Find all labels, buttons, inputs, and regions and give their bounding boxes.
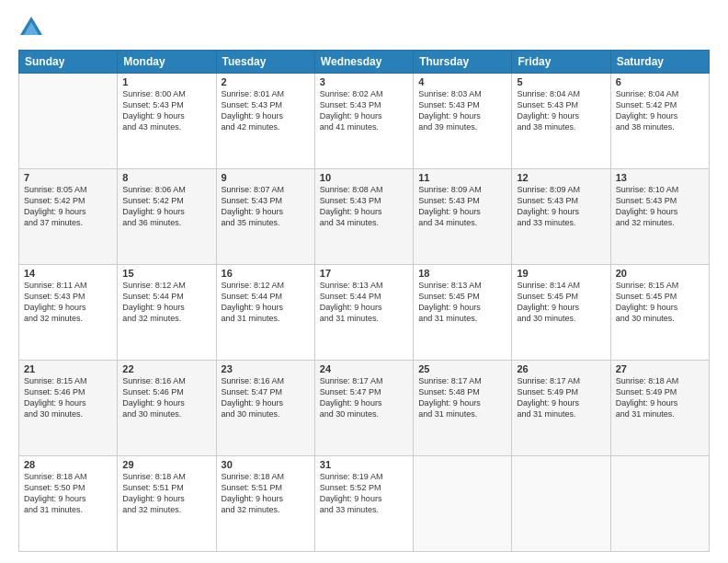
day-info: Sunrise: 8:17 AMSunset: 5:47 PMDaylight:… bbox=[320, 375, 408, 420]
day-info: Sunrise: 8:19 AMSunset: 5:52 PMDaylight:… bbox=[320, 471, 408, 516]
day-number: 21 bbox=[24, 363, 112, 374]
day-info: Sunrise: 8:14 AMSunset: 5:45 PMDaylight:… bbox=[517, 280, 605, 325]
day-number: 16 bbox=[222, 268, 310, 279]
day-info: Sunrise: 8:07 AMSunset: 5:43 PMDaylight:… bbox=[222, 184, 310, 229]
calendar-cell: 9Sunrise: 8:07 AMSunset: 5:43 PMDaylight… bbox=[216, 169, 314, 265]
day-info: Sunrise: 8:11 AMSunset: 5:43 PMDaylight:… bbox=[24, 280, 112, 325]
week-row-2: 7Sunrise: 8:05 AMSunset: 5:42 PMDaylight… bbox=[19, 169, 710, 265]
calendar-cell: 15Sunrise: 8:12 AMSunset: 5:44 PMDayligh… bbox=[118, 265, 216, 361]
calendar-cell: 31Sunrise: 8:19 AMSunset: 5:52 PMDayligh… bbox=[314, 456, 413, 552]
calendar-cell: 11Sunrise: 8:09 AMSunset: 5:43 PMDayligh… bbox=[414, 169, 512, 265]
day-info: Sunrise: 8:13 AMSunset: 5:45 PMDaylight:… bbox=[418, 280, 506, 325]
day-info: Sunrise: 8:15 AMSunset: 5:46 PMDaylight:… bbox=[24, 375, 112, 420]
day-info: Sunrise: 8:17 AMSunset: 5:49 PMDaylight:… bbox=[517, 375, 605, 420]
day-number: 13 bbox=[616, 172, 704, 183]
day-info: Sunrise: 8:09 AMSunset: 5:43 PMDaylight:… bbox=[418, 184, 506, 229]
day-info: Sunrise: 8:06 AMSunset: 5:42 PMDaylight:… bbox=[122, 184, 210, 229]
day-number: 28 bbox=[24, 459, 112, 470]
weekday-header-wednesday: Wednesday bbox=[314, 51, 413, 74]
calendar-cell: 4Sunrise: 8:03 AMSunset: 5:43 PMDaylight… bbox=[414, 74, 512, 169]
day-number: 26 bbox=[517, 363, 605, 374]
day-number: 5 bbox=[517, 76, 605, 87]
weekday-header-saturday: Saturday bbox=[610, 51, 709, 74]
weekday-header-tuesday: Tuesday bbox=[216, 51, 314, 74]
weekday-header-friday: Friday bbox=[512, 51, 610, 74]
calendar-cell: 7Sunrise: 8:05 AMSunset: 5:42 PMDaylight… bbox=[19, 169, 118, 265]
logo-icon bbox=[18, 15, 44, 40]
day-info: Sunrise: 8:03 AMSunset: 5:43 PMDaylight:… bbox=[418, 88, 506, 133]
calendar-cell: 5Sunrise: 8:04 AMSunset: 5:43 PMDaylight… bbox=[512, 74, 610, 169]
calendar-cell: 14Sunrise: 8:11 AMSunset: 5:43 PMDayligh… bbox=[19, 265, 118, 361]
calendar-cell: 22Sunrise: 8:16 AMSunset: 5:46 PMDayligh… bbox=[118, 361, 216, 456]
calendar-cell bbox=[19, 74, 118, 169]
day-number: 19 bbox=[517, 268, 605, 279]
day-number: 2 bbox=[222, 76, 310, 87]
day-info: Sunrise: 8:18 AMSunset: 5:49 PMDaylight:… bbox=[616, 375, 704, 420]
calendar-cell: 19Sunrise: 8:14 AMSunset: 5:45 PMDayligh… bbox=[512, 265, 610, 361]
weekday-header-row: SundayMondayTuesdayWednesdayThursdayFrid… bbox=[19, 51, 710, 74]
header bbox=[18, 15, 710, 40]
day-info: Sunrise: 8:12 AMSunset: 5:44 PMDaylight:… bbox=[222, 280, 310, 325]
day-info: Sunrise: 8:04 AMSunset: 5:43 PMDaylight:… bbox=[517, 88, 605, 133]
day-number: 23 bbox=[222, 363, 310, 374]
calendar-cell: 6Sunrise: 8:04 AMSunset: 5:42 PMDaylight… bbox=[610, 74, 709, 169]
day-info: Sunrise: 8:08 AMSunset: 5:43 PMDaylight:… bbox=[320, 184, 408, 229]
calendar-table: SundayMondayTuesdayWednesdayThursdayFrid… bbox=[18, 50, 710, 552]
day-number: 6 bbox=[616, 76, 704, 87]
day-info: Sunrise: 8:18 AMSunset: 5:51 PMDaylight:… bbox=[222, 471, 310, 516]
calendar-cell: 10Sunrise: 8:08 AMSunset: 5:43 PMDayligh… bbox=[314, 169, 413, 265]
weekday-header-thursday: Thursday bbox=[414, 51, 512, 74]
weekday-header-monday: Monday bbox=[118, 51, 216, 74]
calendar-cell: 21Sunrise: 8:15 AMSunset: 5:46 PMDayligh… bbox=[19, 361, 118, 456]
day-number: 29 bbox=[122, 459, 210, 470]
day-number: 12 bbox=[517, 172, 605, 183]
day-number: 31 bbox=[320, 459, 408, 470]
logo bbox=[18, 15, 48, 40]
day-number: 1 bbox=[122, 76, 210, 87]
calendar-cell: 30Sunrise: 8:18 AMSunset: 5:51 PMDayligh… bbox=[216, 456, 314, 552]
calendar-cell: 17Sunrise: 8:13 AMSunset: 5:44 PMDayligh… bbox=[314, 265, 413, 361]
calendar-cell: 29Sunrise: 8:18 AMSunset: 5:51 PMDayligh… bbox=[118, 456, 216, 552]
day-number: 27 bbox=[616, 363, 704, 374]
day-number: 3 bbox=[320, 76, 408, 87]
calendar-cell: 16Sunrise: 8:12 AMSunset: 5:44 PMDayligh… bbox=[216, 265, 314, 361]
day-info: Sunrise: 8:10 AMSunset: 5:43 PMDaylight:… bbox=[616, 184, 704, 229]
calendar-cell: 13Sunrise: 8:10 AMSunset: 5:43 PMDayligh… bbox=[610, 169, 709, 265]
calendar-cell: 25Sunrise: 8:17 AMSunset: 5:48 PMDayligh… bbox=[414, 361, 512, 456]
day-info: Sunrise: 8:16 AMSunset: 5:46 PMDaylight:… bbox=[122, 375, 210, 420]
week-row-3: 14Sunrise: 8:11 AMSunset: 5:43 PMDayligh… bbox=[19, 265, 710, 361]
day-number: 8 bbox=[122, 172, 210, 183]
day-info: Sunrise: 8:18 AMSunset: 5:51 PMDaylight:… bbox=[122, 471, 210, 516]
day-number: 18 bbox=[418, 268, 506, 279]
day-info: Sunrise: 8:18 AMSunset: 5:50 PMDaylight:… bbox=[24, 471, 112, 516]
calendar-cell: 8Sunrise: 8:06 AMSunset: 5:42 PMDaylight… bbox=[118, 169, 216, 265]
day-number: 17 bbox=[320, 268, 408, 279]
week-row-4: 21Sunrise: 8:15 AMSunset: 5:46 PMDayligh… bbox=[19, 361, 710, 456]
day-info: Sunrise: 8:13 AMSunset: 5:44 PMDaylight:… bbox=[320, 280, 408, 325]
day-info: Sunrise: 8:16 AMSunset: 5:47 PMDaylight:… bbox=[222, 375, 310, 420]
day-info: Sunrise: 8:05 AMSunset: 5:42 PMDaylight:… bbox=[24, 184, 112, 229]
day-info: Sunrise: 8:15 AMSunset: 5:45 PMDaylight:… bbox=[616, 280, 704, 325]
day-number: 4 bbox=[418, 76, 506, 87]
day-info: Sunrise: 8:12 AMSunset: 5:44 PMDaylight:… bbox=[122, 280, 210, 325]
calendar-cell: 27Sunrise: 8:18 AMSunset: 5:49 PMDayligh… bbox=[610, 361, 709, 456]
day-number: 20 bbox=[616, 268, 704, 279]
week-row-5: 28Sunrise: 8:18 AMSunset: 5:50 PMDayligh… bbox=[19, 456, 710, 552]
day-number: 15 bbox=[122, 268, 210, 279]
page: SundayMondayTuesdayWednesdayThursdayFrid… bbox=[0, 0, 728, 563]
calendar-cell bbox=[512, 456, 610, 552]
day-number: 30 bbox=[222, 459, 310, 470]
calendar-cell: 26Sunrise: 8:17 AMSunset: 5:49 PMDayligh… bbox=[512, 361, 610, 456]
day-info: Sunrise: 8:04 AMSunset: 5:42 PMDaylight:… bbox=[616, 88, 704, 133]
day-number: 11 bbox=[418, 172, 506, 183]
calendar-cell: 2Sunrise: 8:01 AMSunset: 5:43 PMDaylight… bbox=[216, 74, 314, 169]
day-info: Sunrise: 8:02 AMSunset: 5:43 PMDaylight:… bbox=[320, 88, 408, 133]
calendar-cell bbox=[414, 456, 512, 552]
day-number: 10 bbox=[320, 172, 408, 183]
day-number: 24 bbox=[320, 363, 408, 374]
day-number: 25 bbox=[418, 363, 506, 374]
day-number: 14 bbox=[24, 268, 112, 279]
week-row-1: 1Sunrise: 8:00 AMSunset: 5:43 PMDaylight… bbox=[19, 74, 710, 169]
calendar-cell: 1Sunrise: 8:00 AMSunset: 5:43 PMDaylight… bbox=[118, 74, 216, 169]
calendar-cell: 20Sunrise: 8:15 AMSunset: 5:45 PMDayligh… bbox=[610, 265, 709, 361]
